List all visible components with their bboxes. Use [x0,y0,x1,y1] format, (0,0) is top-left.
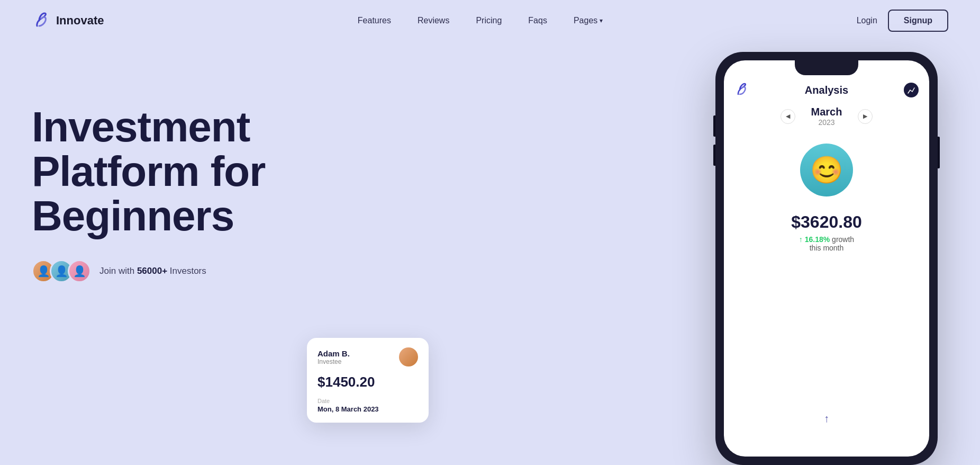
nav-reviews[interactable]: Reviews [418,16,449,25]
month-year: 2023 [811,118,842,127]
logo-text: Innovate [56,14,104,28]
navbar: Innovate Features Reviews Pricing Faqs P… [0,0,980,41]
analysis-amount: $3620.80 [724,207,929,235]
analysis-growth: ↑ 16.18% growth this month [724,235,929,257]
scroll-arrow-icon: ↑ [824,413,829,425]
logo-icon [32,11,51,30]
signup-button[interactable]: Signup [888,10,948,32]
analysis-logo-icon [734,83,749,97]
nav-features[interactable]: Features [358,16,391,25]
phone-mockup: Analysis ◀ March 2023 ▶ [715,52,938,465]
chart-icon [904,83,919,97]
hero-section: Investment Platform for Beginners 👤 👤 👤 … [0,41,980,465]
scroll-indicator: ↑ [824,413,829,425]
card-date-value: Mon, 8 March 2023 [317,405,418,413]
nav-faqs[interactable]: Faqs [528,16,547,25]
growth-arrow-icon: ↑ [799,235,803,244]
growth-percentage: 16.18% [805,235,830,244]
month-name: March [811,106,842,118]
card-user-info: Adam B. Investee [317,349,350,365]
profile-avatar-container: 😊 [724,138,929,202]
nav-links: Features Reviews Pricing Faqs Pages ▾ [358,16,603,25]
prev-month-button[interactable]: ◀ [781,109,795,124]
card-header: Adam B. Investee [317,347,418,366]
phone-button [713,145,715,166]
nav-pricing[interactable]: Pricing [476,16,502,25]
hero-right: Adam B. Investee $1450.20 Date Mon, 8 Ma… [360,62,948,465]
investors-text: Join with 56000+ Investors [99,266,206,276]
card-date-label: Date [317,398,418,404]
login-button[interactable]: Login [857,16,877,25]
investor-avatars: 👤 👤 👤 [32,260,91,283]
hero-title: Investment Platform for Beginners [32,105,360,238]
analysis-header: Analysis [724,75,929,97]
nav-pages[interactable]: Pages ▾ [574,16,603,25]
phone-screen: Analysis ◀ March 2023 ▶ [724,60,929,457]
phone-button [938,137,940,168]
next-month-button[interactable]: ▶ [858,109,873,124]
analysis-title: Analysis [805,84,848,96]
investor-card: Adam B. Investee $1450.20 Date Mon, 8 Ma… [307,338,429,423]
month-selector: ◀ March 2023 ▶ [724,97,929,133]
phone-notch [795,60,858,75]
logo[interactable]: Innovate [32,11,104,30]
hero-left: Investment Platform for Beginners 👤 👤 👤 … [32,62,360,283]
chevron-down-icon: ▾ [600,17,603,24]
phone-button [713,115,715,137]
card-name: Adam B. [317,349,350,358]
navbar-actions: Login Signup [857,10,948,32]
avatar: 👤 [68,260,91,283]
card-amount: $1450.20 [317,374,418,390]
month-display: March 2023 [811,106,842,127]
card-role: Investee [317,358,350,365]
profile-avatar: 😊 [800,144,853,196]
investors-row: 👤 👤 👤 Join with 56000+ Investors [32,260,360,283]
card-avatar [399,347,418,366]
